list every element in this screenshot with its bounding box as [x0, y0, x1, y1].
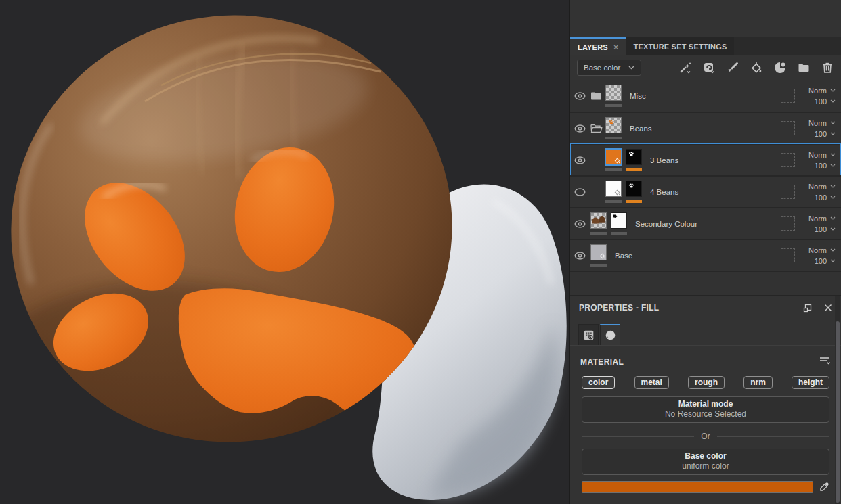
- add-smart-material-button[interactable]: [702, 61, 716, 74]
- mask-drop-target[interactable]: [781, 216, 795, 231]
- material-section-title: MATERIAL: [580, 357, 624, 367]
- layer-row-misc[interactable]: Misc Norm 100: [570, 80, 841, 112]
- material-filter-button[interactable]: [819, 356, 831, 367]
- filter-lines-icon: [819, 356, 831, 366]
- base-color-swatch[interactable]: [582, 481, 813, 493]
- layer-fill-thumbnail[interactable]: [605, 149, 622, 171]
- blend-mode-dropdown[interactable]: Norm: [808, 214, 836, 223]
- opacity-dropdown[interactable]: 100: [815, 130, 836, 138]
- opacity-dropdown[interactable]: 100: [815, 97, 836, 106]
- viewport-3d[interactable]: [0, 0, 569, 504]
- layer-mask-thumbnail[interactable]: [626, 181, 642, 203]
- blend-mode-value: Norm: [808, 119, 827, 127]
- layer-thumbnail[interactable]: [605, 85, 622, 107]
- blend-mode-value: Norm: [808, 151, 827, 159]
- paw-content-icon: [607, 119, 616, 127]
- trash-icon: [821, 61, 834, 74]
- tab-layers[interactable]: LAYERS ×: [570, 37, 626, 55]
- layer-row-beans[interactable]: Beans Norm 100: [570, 112, 841, 143]
- mask-paw-icon: [628, 183, 635, 190]
- mask-mark-icon: [613, 214, 620, 222]
- layer-row-3-beans[interactable]: 3 Beans Norm 100: [570, 143, 841, 175]
- tab-close-icon[interactable]: ×: [613, 42, 619, 52]
- blend-mode-dropdown[interactable]: Norm: [808, 119, 836, 127]
- blend-mode-dropdown[interactable]: Norm: [808, 87, 836, 95]
- layer-mask-thumbnail[interactable]: [626, 149, 642, 171]
- blend-mode-dropdown[interactable]: Norm: [808, 246, 836, 254]
- opacity-dropdown[interactable]: 100: [815, 162, 836, 170]
- layer-paint-thumbnail[interactable]: [590, 212, 607, 235]
- layer-name: 4 Beans: [650, 188, 678, 196]
- delete-layer-button[interactable]: [821, 61, 834, 74]
- float-panel-button[interactable]: [803, 304, 812, 313]
- add-smart-mask-button[interactable]: [678, 61, 692, 74]
- add-group-button[interactable]: [797, 61, 811, 74]
- layer-row-4-beans[interactable]: 4 Beans Norm 100: [570, 175, 841, 207]
- visibility-toggle[interactable]: [574, 124, 590, 133]
- close-panel-button[interactable]: [824, 304, 832, 312]
- channel-height-button[interactable]: height: [792, 376, 829, 389]
- mask-drop-target[interactable]: [781, 248, 795, 262]
- opacity-dropdown[interactable]: 100: [815, 193, 836, 202]
- base-color-title: Base color: [582, 451, 829, 461]
- layer-name: Base: [615, 252, 632, 260]
- material-mode-selector[interactable]: Material mode No Resource Selected: [582, 396, 829, 423]
- visibility-toggle[interactable]: [574, 188, 590, 196]
- eye-visible-icon: [574, 124, 586, 133]
- chevron-down-icon: [830, 227, 836, 231]
- dock-tabbar: LAYERS × TEXTURE SET SETTINGS: [570, 37, 841, 55]
- color-picker-button[interactable]: [819, 482, 829, 493]
- eye-visible-icon: [574, 252, 586, 260]
- opacity-dropdown[interactable]: 100: [815, 257, 836, 265]
- visibility-toggle[interactable]: [574, 92, 590, 100]
- tab-layer-parameters[interactable]: [578, 324, 599, 345]
- opacity-dropdown[interactable]: 100: [815, 225, 836, 233]
- visibility-toggle[interactable]: [574, 252, 590, 260]
- channel-filter-value: Base color: [584, 64, 620, 72]
- properties-panel: PROPERTIES - FILL: [570, 296, 841, 504]
- channel-filter-dropdown[interactable]: Base color: [577, 60, 641, 76]
- eye-visible-icon: [574, 156, 586, 164]
- or-divider: Or: [582, 432, 829, 441]
- chevron-down-icon: [830, 99, 836, 103]
- eye-hidden-icon: [574, 188, 586, 196]
- channel-rough-button[interactable]: rough: [688, 376, 725, 389]
- dock-empty-area: [570, 0, 841, 37]
- tab-material-properties[interactable]: [600, 324, 620, 345]
- opacity-value: 100: [815, 193, 827, 202]
- stamp-refresh-icon: [702, 61, 716, 74]
- layer-thumbnail[interactable]: [605, 117, 622, 139]
- channel-nrm-button[interactable]: nrm: [743, 376, 773, 389]
- visibility-toggle[interactable]: [574, 220, 590, 228]
- add-generator-button[interactable]: [773, 61, 787, 74]
- properties-scrollbar[interactable]: [835, 296, 840, 504]
- material-sphere-icon: [773, 61, 787, 74]
- folder-open-icon[interactable]: [590, 124, 605, 133]
- folder-closed-icon[interactable]: [590, 91, 605, 101]
- blend-mode-dropdown[interactable]: Norm: [808, 151, 836, 159]
- mask-drop-target[interactable]: [781, 121, 795, 135]
- scrollbar-thumb[interactable]: [836, 321, 840, 503]
- layer-fill-thumbnail[interactable]: [605, 181, 622, 203]
- mask-drop-target[interactable]: [781, 89, 795, 103]
- mask-drop-target[interactable]: [781, 153, 795, 167]
- layer-row-base[interactable]: Base Norm 100: [570, 239, 841, 271]
- blend-mode-value: Norm: [808, 183, 827, 191]
- layers-toolbar: Base color: [570, 55, 841, 80]
- layer-row-secondary-colour[interactable]: Secondary Colour Norm 100: [570, 207, 841, 239]
- restore-window-icon: [803, 304, 812, 313]
- tab-texture-set-settings[interactable]: TEXTURE SET SETTINGS: [626, 37, 735, 55]
- visibility-toggle[interactable]: [574, 156, 590, 164]
- add-fill-layer-button[interactable]: [750, 61, 763, 74]
- fill-bucket-badge-icon: [599, 252, 606, 260]
- chevron-down-icon: [830, 89, 836, 92]
- blend-mode-dropdown[interactable]: Norm: [808, 183, 836, 191]
- layer-fill-thumbnail[interactable]: [590, 244, 607, 267]
- add-paint-layer-button[interactable]: [726, 61, 739, 74]
- fill-bucket-badge-icon: [613, 157, 621, 164]
- layer-mask-thumbnail[interactable]: [611, 212, 627, 235]
- mask-drop-target[interactable]: [781, 185, 795, 199]
- channel-color-button[interactable]: color: [582, 376, 615, 389]
- channel-metal-button[interactable]: metal: [634, 376, 669, 389]
- base-color-selector[interactable]: Base color uniform color: [582, 449, 829, 475]
